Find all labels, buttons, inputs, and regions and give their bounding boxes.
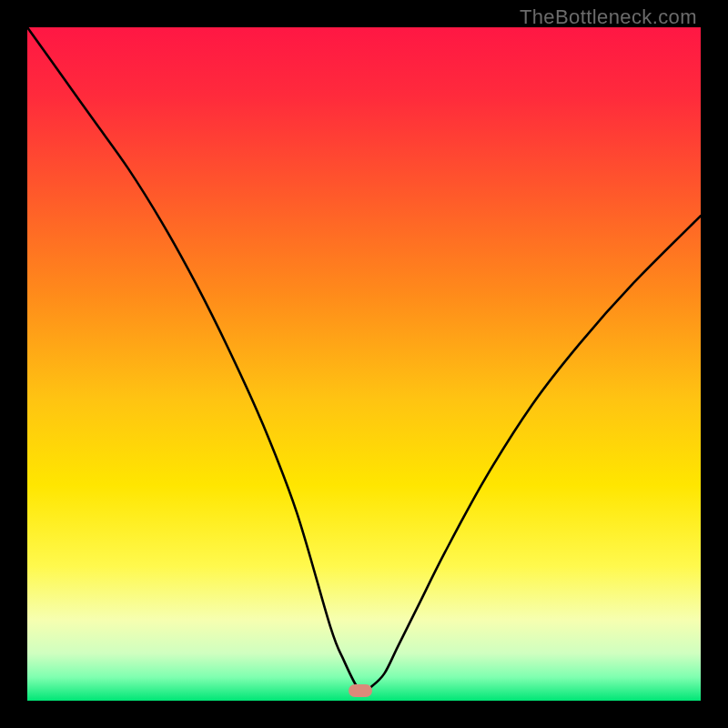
marker-min [349,684,372,697]
plot-area [27,27,701,701]
bottleneck-curve [27,27,701,691]
chart-frame: TheBottleneck.com [0,0,728,728]
watermark-text: TheBottleneck.com [520,5,697,29]
curve-layer [27,27,701,701]
